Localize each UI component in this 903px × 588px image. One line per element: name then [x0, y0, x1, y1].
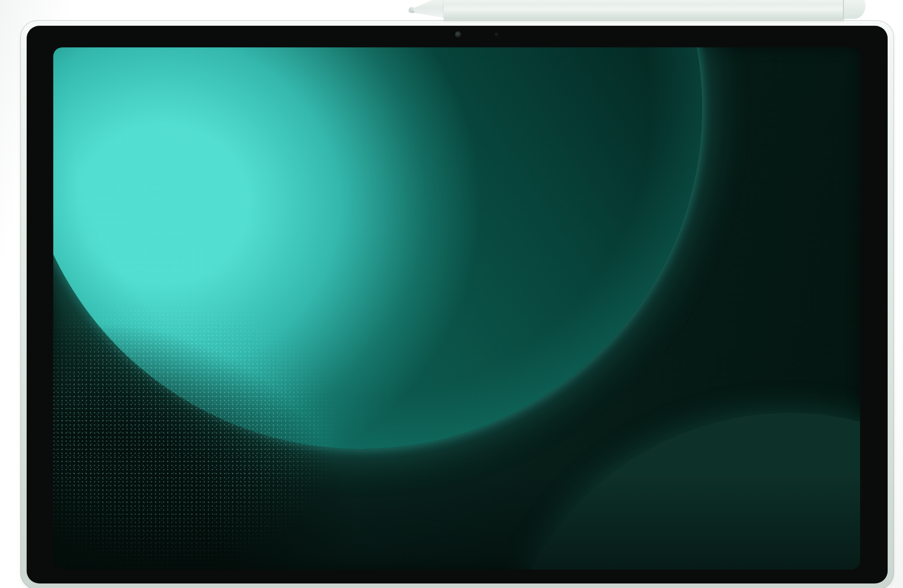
product-photo-scene: [0, 0, 903, 588]
wallpaper-speckle-texture: [53, 309, 374, 569]
front-camera-lens: [455, 31, 462, 38]
stylus-cap: [843, 0, 866, 19]
stylus-body: [444, 0, 844, 20]
tablet-device: [20, 20, 894, 588]
stylus-cone: [412, 0, 447, 18]
wallpaper-secondary-orb: [498, 413, 860, 569]
tablet-screen: [53, 47, 860, 569]
stylus-pen: [409, 0, 865, 20]
light-sensor-dot: [494, 32, 498, 37]
